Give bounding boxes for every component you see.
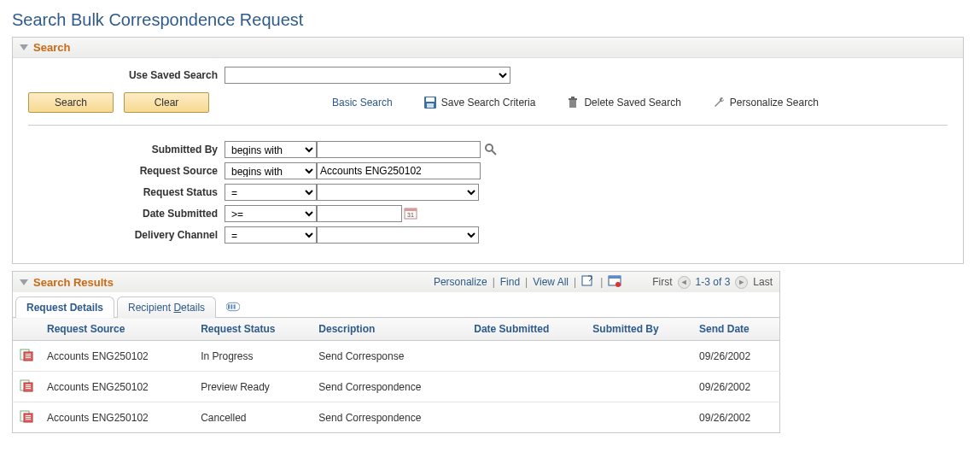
svg-rect-18 xyxy=(234,304,236,308)
page-title: Search Bulk Correspondence Request xyxy=(12,10,968,30)
col-send-date[interactable]: Send Date xyxy=(692,318,779,341)
request-source-operator[interactable]: begins with xyxy=(225,162,317,179)
svg-rect-27 xyxy=(26,386,31,387)
cell-submitted-by xyxy=(586,402,692,433)
table-row: Accounts ENG250102CancelledSend Correspo… xyxy=(13,402,780,433)
col-request-source[interactable]: Request Source xyxy=(40,318,194,341)
submitted-by-operator[interactable]: begins with xyxy=(225,141,317,158)
zoom-grid-icon[interactable] xyxy=(581,275,595,289)
personalize-grid-link[interactable]: Personalize xyxy=(434,276,487,288)
cell-submitted-by xyxy=(586,372,692,402)
cell-description: Send Corresponse xyxy=(312,341,467,372)
date-submitted-label: Date Submitted xyxy=(28,208,225,220)
col-submitted-by[interactable]: Submitted By xyxy=(586,318,692,341)
row-action-icon[interactable] xyxy=(20,409,33,426)
saved-search-select[interactable] xyxy=(225,67,510,84)
svg-rect-11 xyxy=(582,276,592,285)
svg-rect-4 xyxy=(569,98,577,100)
delete-saved-link[interactable]: Delete Saved Search xyxy=(566,96,680,109)
col-description[interactable]: Description xyxy=(312,318,467,341)
cell-send-date: 09/26/2002 xyxy=(692,372,779,402)
delete-saved-label: Delete Saved Search xyxy=(584,97,680,109)
cell-submitted-by xyxy=(586,341,692,372)
personalize-search-link[interactable]: Personalize Search xyxy=(712,96,819,109)
svg-rect-32 xyxy=(26,417,31,418)
svg-rect-33 xyxy=(26,419,31,420)
request-source-input[interactable] xyxy=(317,162,481,179)
svg-line-7 xyxy=(492,150,496,155)
svg-point-6 xyxy=(486,144,493,151)
cell-description: Send Correspondence xyxy=(312,402,467,433)
cell-request-source: Accounts ENG250102 xyxy=(40,372,194,402)
view-all-link[interactable]: View All xyxy=(533,276,569,288)
cell-date-submitted xyxy=(467,402,586,433)
date-submitted-input[interactable] xyxy=(317,205,402,222)
prev-arrow[interactable]: ◄ xyxy=(678,276,691,289)
tab-request-details[interactable]: Request Details xyxy=(15,296,114,318)
wrench-icon xyxy=(712,96,726,109)
save-criteria-label: Save Search Criteria xyxy=(441,97,536,109)
cell-request-status: In Progress xyxy=(194,341,312,372)
tab-recipient-details[interactable]: Recipient Details xyxy=(117,296,216,318)
search-panel-title: Search xyxy=(33,41,70,54)
svg-rect-13 xyxy=(609,276,621,279)
save-criteria-link[interactable]: Save Search Criteria xyxy=(423,96,536,109)
saved-search-row: Use Saved Search xyxy=(28,67,948,84)
download-grid-icon[interactable] xyxy=(608,275,621,289)
col-date-submitted[interactable]: Date Submitted xyxy=(467,318,586,341)
cell-date-submitted xyxy=(467,372,586,402)
show-all-columns-icon[interactable] xyxy=(226,300,240,314)
last-link[interactable]: Last xyxy=(753,276,773,288)
request-source-label: Request Source xyxy=(28,165,225,177)
results-collapse-icon[interactable] xyxy=(20,279,28,285)
row-range: 1-3 of 3 xyxy=(696,276,731,288)
svg-rect-17 xyxy=(230,304,232,308)
svg-text:31: 31 xyxy=(407,212,414,218)
saved-search-label: Use Saved Search xyxy=(28,69,225,81)
delivery-channel-label: Delivery Channel xyxy=(28,229,225,241)
calendar-icon[interactable]: 31 xyxy=(404,207,417,220)
tab-request-details-label: Request Details xyxy=(26,302,103,314)
svg-rect-21 xyxy=(26,354,31,355)
svg-rect-31 xyxy=(26,415,31,416)
svg-point-14 xyxy=(615,282,621,287)
collapse-icon[interactable] xyxy=(20,44,28,50)
date-submitted-operator[interactable]: >= xyxy=(225,205,317,222)
svg-rect-26 xyxy=(26,384,31,385)
delivery-channel-operator[interactable]: = xyxy=(225,226,317,244)
request-status-operator[interactable]: = xyxy=(225,184,317,201)
first-link[interactable]: First xyxy=(652,276,672,288)
search-button[interactable]: Search xyxy=(28,92,114,113)
cell-date-submitted xyxy=(467,341,586,372)
find-link[interactable]: Find xyxy=(500,276,520,288)
svg-rect-22 xyxy=(26,355,31,356)
row-action-icon[interactable] xyxy=(20,348,33,364)
submitted-by-input[interactable] xyxy=(317,141,481,158)
submitted-by-label: Submitted By xyxy=(28,144,225,156)
delivery-channel-value[interactable] xyxy=(317,226,479,244)
personalize-search-label: Personalize Search xyxy=(730,97,819,109)
tab-recipient-details-prefix: Recipient xyxy=(128,302,173,314)
search-toolbar: Search Clear Basic Search Save Search Cr… xyxy=(28,92,948,113)
request-status-value[interactable] xyxy=(317,184,479,201)
next-arrow[interactable]: ► xyxy=(735,276,748,289)
tabs-row: Request Details Recipient Details xyxy=(12,292,780,317)
results-toolbar: Personalize | Find | View All | | First … xyxy=(434,275,773,289)
search-panel-header: Search xyxy=(13,38,963,58)
col-request-status[interactable]: Request Status xyxy=(194,318,312,341)
cell-send-date: 09/26/2002 xyxy=(692,341,779,372)
svg-rect-3 xyxy=(569,100,576,108)
svg-rect-9 xyxy=(405,208,417,211)
cell-request-status: Preview Ready xyxy=(194,372,312,402)
table-row: Accounts ENG250102In ProgressSend Corres… xyxy=(13,341,780,372)
cell-send-date: 09/26/2002 xyxy=(692,402,779,433)
cell-request-status: Cancelled xyxy=(194,402,312,433)
cell-description: Send Correspondence xyxy=(312,372,467,402)
clear-button[interactable]: Clear xyxy=(124,92,209,113)
results-title: Search Results xyxy=(33,276,114,289)
lookup-icon[interactable] xyxy=(484,143,498,156)
basic-search-link[interactable]: Basic Search xyxy=(332,97,393,109)
request-status-label: Request Status xyxy=(28,186,225,198)
cell-request-source: Accounts ENG250102 xyxy=(40,402,194,433)
row-action-icon[interactable] xyxy=(20,379,33,395)
